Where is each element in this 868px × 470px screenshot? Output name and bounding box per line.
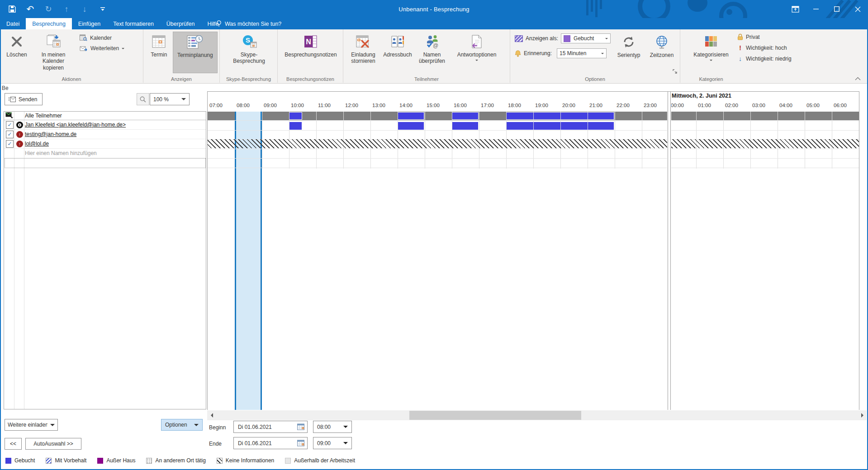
attendee-row: ✓Jan Kleefeld <jan.kleefeld@jan-home.de> [4,120,206,130]
svg-text:S: S [245,36,250,44]
legend-swatch-mit-vorbehalt [46,458,52,464]
hour-label-0600: 06:00 [834,103,847,108]
legend-item-au-er-haus: Außer Haus [97,457,135,464]
attendee-checkbox[interactable]: ✓ [6,121,14,129]
reminder-dropdown[interactable]: 15 Minuten [557,48,607,58]
undo-icon[interactable]: ↶ [26,5,34,13]
appointment-icon [152,33,166,50]
meeting-notes-button[interactable]: N Besprechungsnotizen [280,32,341,73]
tab-berpr-fen[interactable]: Überprüfen [160,18,201,29]
ribbon-display-options-button[interactable] [785,0,806,18]
lock-icon [737,33,743,40]
delete-button[interactable]: Löschen [3,32,31,73]
customize-quick-access-icon[interactable] [99,5,107,13]
time-zones-button[interactable]: Zeitzonen [647,32,677,74]
busy-block [289,113,302,119]
busy-color-swatch [564,35,570,42]
hour-label-0100: 01:00 [698,103,711,108]
hour-label-0200: 02:00 [725,103,738,108]
recurrence-button[interactable]: Serientyp [614,32,643,74]
ribbon-group-optionen: Anzeigen als: Gebucht Erinnerung: 15 Min… [510,29,680,83]
hour-label-1300: 13:00 [372,103,385,108]
move-up-icon[interactable]: ↑ [62,5,71,13]
copy-calendar-icon [46,33,61,50]
categorize-icon [704,33,718,50]
skype-meeting-button[interactable]: S Skype-Besprechung [224,32,274,73]
required-attendee-icon: ↑ [16,131,23,138]
zoom-dropdown[interactable]: 100 % [150,93,190,105]
selected-time-column[interactable] [235,112,262,410]
options-dialog-launcher-icon[interactable] [673,69,678,75]
importance-high-icon: ! [737,44,743,52]
free-busy-timeline[interactable]: Mittwoch, 2. Juni 2021 07:0008:0009:0010… [207,91,859,410]
hour-label-2100: 21:00 [589,103,602,108]
tell-me-box[interactable]: Was möchten Sie tun? [211,18,287,29]
maximize-button[interactable] [826,0,847,18]
save-icon[interactable] [8,5,16,13]
timeline-scrollbar[interactable] [207,410,867,420]
private-button[interactable]: Privat [737,33,792,40]
tab-text-formatieren[interactable]: Text formatieren [107,18,160,29]
categorize-button[interactable]: Kategorisieren [691,32,731,73]
titlebar: ↶ ↻ ↑ ↓ Unbenannt - Besprechung [0,0,868,18]
response-options-button[interactable]: Antwortoptionen [450,32,503,73]
tab-datei[interactable]: Datei [0,18,26,29]
collapse-ribbon-icon[interactable] [855,77,861,80]
importance-low-button[interactable]: ↓ Wichtigkeit: niedrig [737,55,792,62]
forward-button[interactable]: Weiterleiten [80,45,124,52]
tab-besprechung[interactable]: Besprechung [26,18,72,29]
autopick-next-button[interactable]: AutoAuswahl >> [25,438,81,450]
invite-others-button[interactable]: Weitere einladen [5,419,58,431]
scroll-right-button[interactable] [858,410,867,420]
scroll-left-button[interactable] [207,410,216,420]
attendee-checkbox[interactable]: ✓ [6,131,14,138]
hour-label-1400: 14:00 [399,103,413,108]
send-button[interactable]: Senden [5,93,43,105]
copy-to-calendar-button[interactable]: In meinen Kalender kopieren [32,32,75,73]
attendee-add-row[interactable]: Hier einen Namen hinzufügen [4,149,206,158]
search-button[interactable] [137,93,149,105]
scrollbar-thumb[interactable] [409,411,581,420]
autopick-back-button[interactable]: << [5,438,22,450]
attendee-panel: Alle Teilnehmer ✓Jan Kleefeld <jan.kleef… [4,111,206,409]
attendee-name[interactable]: testing@jan-home.de [25,131,76,137]
day-boundary-separator [667,92,671,410]
tab-einf-gen[interactable]: Einfügen [72,18,107,29]
hour-label-2300: 23:00 [644,103,657,108]
importance-high-button[interactable]: ! Wichtigkeit: hoch [737,44,792,52]
close-button[interactable] [847,0,868,18]
required-attendee-icon: ↑ [16,141,23,147]
attendee-name[interactable]: Jan Kleefeld <jan.kleefeld@jan-home.de> [25,122,126,128]
response-options-caret [475,60,478,62]
ribbon-group-kategorien: Kategorisieren Privat ! Wichtigkeit: hoc… [680,29,816,83]
termin-button[interactable]: Termin [146,32,172,73]
end-date-field[interactable]: Di 01.06.2021 [233,437,308,449]
attendee-name[interactable]: lol@lol.de [25,141,49,147]
minimize-button[interactable] [806,0,826,18]
show-as-label: Anzeigen als: [526,35,558,42]
legend-label: Außer Haus [106,457,135,464]
move-down-icon[interactable]: ↓ [81,5,89,13]
legend-swatch-au-erhalb-der-arbeitszeit [285,458,291,464]
zoom-value: 100 % [153,96,169,103]
begin-time-field[interactable]: 08:00 [313,421,352,433]
busy-block [452,122,478,130]
check-names-button[interactable]: @ Namen überprüfen [415,32,449,73]
address-book-button[interactable]: Adressbuch [381,32,414,73]
categorize-caret [710,60,712,62]
terminplanung-button[interactable]: Terminplanung [173,32,218,73]
show-as-dropdown[interactable]: Gebucht [561,33,611,43]
attendee-checkbox[interactable]: ✓ [6,140,14,148]
cancel-invitation-button[interactable]: Einladung stornieren [346,32,380,73]
calendar-button[interactable]: Kalender [80,34,124,41]
show-as-icon [515,35,523,42]
hour-label-1600: 16:00 [454,103,467,108]
options-button[interactable]: Optionen [161,419,203,431]
redo-icon[interactable]: ↻ [44,5,52,13]
end-time-field[interactable]: 09:00 [313,437,352,449]
cancel-invitation-icon [356,33,370,50]
zoom-caret [181,98,186,103]
attendee-focus-row[interactable] [5,158,206,168]
legend-swatch-keine-informationen [217,458,223,464]
begin-date-field[interactable]: Di 01.06.2021 [233,421,308,433]
